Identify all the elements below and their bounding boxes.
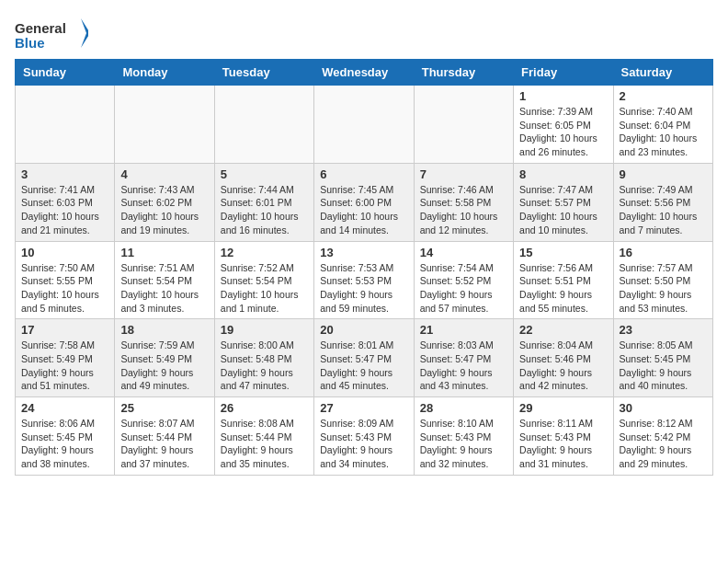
day-number: 15 [519,246,607,259]
day-number: 28 [420,401,507,415]
day-info: Sunrise: 7:46 AMSunset: 5:58 PMDaylight:… [420,183,507,237]
calendar-day-cell: 20Sunrise: 8:01 AMSunset: 5:47 PMDayligh… [314,319,414,397]
calendar-day-cell: 28Sunrise: 8:10 AMSunset: 5:43 PMDayligh… [414,397,513,476]
day-info: Sunrise: 7:57 AMSunset: 5:50 PMDaylight:… [620,261,707,316]
calendar-day-cell: 24Sunrise: 8:06 AMSunset: 5:45 PMDayligh… [16,397,115,476]
day-number: 6 [320,167,407,181]
weekday-header-friday: Friday [514,60,613,86]
logo: General Blue [15,15,88,52]
weekday-header-tuesday: Tuesday [214,60,313,86]
day-number: 2 [620,89,707,103]
calendar-day-cell: 21Sunrise: 8:03 AMSunset: 5:47 PMDayligh… [414,319,513,397]
day-info: Sunrise: 7:44 AMSunset: 6:01 PMDaylight:… [221,183,308,237]
calendar-day-cell: 30Sunrise: 8:12 AMSunset: 5:42 PMDayligh… [613,397,712,476]
weekday-header-thursday: Thursday [414,60,513,86]
day-number: 7 [420,167,507,181]
calendar-day-cell: 16Sunrise: 7:57 AMSunset: 5:50 PMDayligh… [613,241,712,319]
calendar-day-cell: 25Sunrise: 8:07 AMSunset: 5:44 PMDayligh… [115,397,214,476]
calendar-day-cell: 9Sunrise: 7:49 AMSunset: 5:56 PMDaylight… [613,163,712,241]
day-number: 20 [320,323,407,337]
calendar-day-cell [16,86,115,164]
calendar-day-cell: 4Sunrise: 7:43 AMSunset: 6:02 PMDaylight… [115,163,214,241]
calendar-day-cell: 22Sunrise: 8:04 AMSunset: 5:46 PMDayligh… [514,319,613,397]
svg-text:Blue: Blue [15,35,45,51]
day-info: Sunrise: 7:50 AMSunset: 5:55 PMDaylight:… [21,261,108,316]
calendar-day-cell [414,86,513,164]
day-number: 11 [120,246,208,259]
day-info: Sunrise: 8:01 AMSunset: 5:47 PMDaylight:… [320,339,407,393]
day-number: 29 [519,401,607,415]
weekday-header-monday: Monday [115,60,214,86]
day-number: 16 [620,246,707,259]
day-info: Sunrise: 7:59 AMSunset: 5:49 PMDaylight:… [120,339,208,393]
calendar-day-cell: 1Sunrise: 7:39 AMSunset: 6:05 PMDaylight… [514,86,613,164]
day-number: 25 [120,401,208,415]
day-info: Sunrise: 7:39 AMSunset: 6:05 PMDaylight:… [519,105,607,159]
day-number: 8 [519,167,607,181]
day-number: 23 [620,323,707,337]
day-number: 10 [21,246,108,259]
day-info: Sunrise: 7:41 AMSunset: 6:03 PMDaylight:… [21,183,108,237]
day-number: 27 [320,401,407,415]
calendar-day-cell: 15Sunrise: 7:56 AMSunset: 5:51 PMDayligh… [514,241,613,319]
day-number: 22 [519,323,607,337]
day-info: Sunrise: 8:03 AMSunset: 5:47 PMDaylight:… [420,339,507,393]
day-info: Sunrise: 8:07 AMSunset: 5:44 PMDaylight:… [120,417,208,471]
calendar-day-cell: 29Sunrise: 8:11 AMSunset: 5:43 PMDayligh… [514,397,613,476]
calendar-table: SundayMondayTuesdayWednesdayThursdayFrid… [15,59,713,476]
calendar-week-row: 3Sunrise: 7:41 AMSunset: 6:03 PMDaylight… [16,163,713,241]
day-info: Sunrise: 7:54 AMSunset: 5:52 PMDaylight:… [420,261,507,316]
day-number: 5 [221,167,308,181]
day-info: Sunrise: 7:53 AMSunset: 5:53 PMDaylight:… [320,261,407,316]
day-number: 13 [320,246,407,259]
day-info: Sunrise: 8:10 AMSunset: 5:43 PMDaylight:… [420,417,507,471]
weekday-header-saturday: Saturday [613,60,712,86]
weekday-header-sunday: Sunday [16,60,115,86]
calendar-day-cell: 14Sunrise: 7:54 AMSunset: 5:52 PMDayligh… [414,241,513,319]
day-number: 26 [221,401,308,415]
day-info: Sunrise: 8:06 AMSunset: 5:45 PMDaylight:… [21,417,108,471]
calendar-day-cell: 2Sunrise: 7:40 AMSunset: 6:04 PMDaylight… [613,86,712,164]
day-info: Sunrise: 7:56 AMSunset: 5:51 PMDaylight:… [519,261,607,316]
day-number: 21 [420,323,507,337]
day-number: 4 [120,167,208,181]
calendar-day-cell: 7Sunrise: 7:46 AMSunset: 5:58 PMDaylight… [414,163,513,241]
day-number: 18 [120,323,208,337]
calendar-week-row: 17Sunrise: 7:58 AMSunset: 5:49 PMDayligh… [16,319,713,397]
calendar-day-cell [314,86,414,164]
day-info: Sunrise: 8:08 AMSunset: 5:44 PMDaylight:… [221,417,308,471]
calendar-day-cell: 19Sunrise: 8:00 AMSunset: 5:48 PMDayligh… [214,319,313,397]
calendar-day-cell: 26Sunrise: 8:08 AMSunset: 5:44 PMDayligh… [214,397,313,476]
day-info: Sunrise: 8:12 AMSunset: 5:42 PMDaylight:… [620,417,707,471]
day-info: Sunrise: 7:52 AMSunset: 5:54 PMDaylight:… [221,261,308,316]
day-info: Sunrise: 7:40 AMSunset: 6:04 PMDaylight:… [620,105,707,159]
day-info: Sunrise: 7:47 AMSunset: 5:57 PMDaylight:… [519,183,607,237]
calendar-week-row: 10Sunrise: 7:50 AMSunset: 5:55 PMDayligh… [16,241,713,319]
day-number: 1 [519,89,607,103]
day-number: 14 [420,246,507,259]
day-number: 3 [21,167,108,181]
day-info: Sunrise: 8:09 AMSunset: 5:43 PMDaylight:… [320,417,407,471]
svg-marker-2 [81,18,88,48]
day-number: 17 [21,323,108,337]
day-info: Sunrise: 7:45 AMSunset: 6:00 PMDaylight:… [320,183,407,237]
calendar-day-cell: 12Sunrise: 7:52 AMSunset: 5:54 PMDayligh… [214,241,313,319]
day-number: 30 [620,401,707,415]
day-info: Sunrise: 8:11 AMSunset: 5:43 PMDaylight:… [519,417,607,471]
day-number: 24 [21,401,108,415]
day-info: Sunrise: 7:49 AMSunset: 5:56 PMDaylight:… [620,183,707,237]
weekday-header-wednesday: Wednesday [314,60,414,86]
day-info: Sunrise: 7:43 AMSunset: 6:02 PMDaylight:… [120,183,208,237]
calendar-day-cell: 23Sunrise: 8:05 AMSunset: 5:45 PMDayligh… [613,319,712,397]
header: General Blue [15,15,713,52]
calendar-day-cell [115,86,214,164]
day-info: Sunrise: 7:51 AMSunset: 5:54 PMDaylight:… [120,261,208,316]
weekday-header-row: SundayMondayTuesdayWednesdayThursdayFrid… [16,60,713,86]
calendar-day-cell: 3Sunrise: 7:41 AMSunset: 6:03 PMDaylight… [16,163,115,241]
day-number: 19 [221,323,308,337]
calendar-day-cell: 5Sunrise: 7:44 AMSunset: 6:01 PMDaylight… [214,163,313,241]
calendar-day-cell: 8Sunrise: 7:47 AMSunset: 5:57 PMDaylight… [514,163,613,241]
calendar-day-cell: 10Sunrise: 7:50 AMSunset: 5:55 PMDayligh… [16,241,115,319]
calendar-day-cell: 27Sunrise: 8:09 AMSunset: 5:43 PMDayligh… [314,397,414,476]
calendar-day-cell: 6Sunrise: 7:45 AMSunset: 6:00 PMDaylight… [314,163,414,241]
